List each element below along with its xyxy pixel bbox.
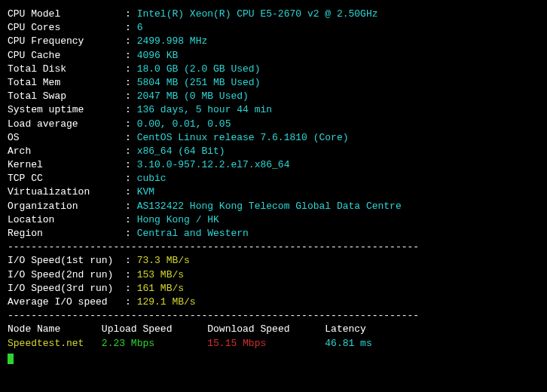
sysinfo-label: Kernel bbox=[8, 159, 125, 170]
iospeed-row: I/O Speed(2nd run) : 153 MB/s bbox=[8, 268, 539, 282]
sysinfo-row: CPU Cache : 4096 KB bbox=[8, 49, 539, 63]
sysinfo-label: Load average bbox=[8, 118, 125, 130]
sysinfo-row: OS : CentOS Linux release 7.6.1810 (Core… bbox=[8, 131, 539, 145]
sysinfo-row: CPU Frequency : 2499.998 MHz bbox=[8, 35, 539, 48]
divider: ----------------------------------------… bbox=[8, 309, 539, 323]
sysinfo-value: CentOS Linux release 7.6.1810 (Core) bbox=[137, 132, 349, 143]
sysinfo-value: cubic bbox=[137, 173, 167, 184]
iospeed-row: Average I/O speed : 129.1 MB/s bbox=[8, 296, 539, 309]
sysinfo-label: System uptime bbox=[8, 104, 125, 115]
sysinfo-value: Intel(R) Xeon(R) CPU E5-2670 v2 @ 2.50GH… bbox=[137, 8, 378, 20]
sysinfo-row: Region : Central and Western bbox=[8, 227, 539, 240]
divider: ----------------------------------------… bbox=[8, 240, 539, 254]
sysinfo-row: CPU Cores : 6 bbox=[8, 21, 539, 35]
sysinfo-label: Total Disk bbox=[8, 63, 125, 75]
sysinfo-label: Arch bbox=[8, 145, 125, 157]
sysinfo-label: Total Swap bbox=[8, 90, 125, 102]
speedtest-download: 15.15 Mbps bbox=[207, 338, 325, 349]
sysinfo-row: Load average : 0.00, 0.01, 0.05 bbox=[8, 118, 539, 131]
header-upload: Upload Speed bbox=[102, 323, 207, 335]
speedtest-rows: Speedtest.net 2.23 Mbps 15.15 Mbps 46.81… bbox=[8, 337, 539, 351]
io-speed-block: I/O Speed(1st run) : 73.3 MB/sI/O Speed(… bbox=[8, 254, 539, 309]
iospeed-value: 129.1 MB/s bbox=[137, 296, 196, 308]
iospeed-row: I/O Speed(3rd run) : 161 MB/s bbox=[8, 282, 539, 296]
sysinfo-value: x86_64 (64 Bit) bbox=[137, 145, 225, 157]
sysinfo-row: Kernel : 3.10.0-957.12.2.el7.x86_64 bbox=[8, 158, 539, 172]
sysinfo-value: 6 bbox=[137, 22, 143, 33]
iospeed-value: 153 MB/s bbox=[137, 269, 184, 280]
iospeed-value: 73.3 MB/s bbox=[137, 255, 190, 266]
sysinfo-label: Region bbox=[8, 228, 125, 239]
sysinfo-row: Organization : AS132422 Hong Kong Teleco… bbox=[8, 200, 539, 213]
sysinfo-label: Total Mem bbox=[8, 77, 125, 88]
sysinfo-row: Arch : x86_64 (64 Bit) bbox=[8, 145, 539, 158]
iospeed-label: I/O Speed(2nd run) bbox=[8, 269, 125, 280]
sysinfo-label: CPU Frequency bbox=[8, 35, 125, 47]
header-download: Download Speed bbox=[207, 323, 325, 335]
header-latency: Latency bbox=[325, 323, 366, 335]
sysinfo-label: CPU Cache bbox=[8, 50, 125, 61]
sysinfo-value: 18.0 GB (2.0 GB Used) bbox=[137, 63, 261, 75]
sysinfo-row: Total Swap : 2047 MB (0 MB Used) bbox=[8, 90, 539, 103]
sysinfo-row: Location : Hong Kong / HK bbox=[8, 213, 539, 227]
sysinfo-row: CPU Model : Intel(R) Xeon(R) CPU E5-2670… bbox=[8, 8, 539, 21]
iospeed-value: 161 MB/s bbox=[137, 283, 184, 294]
sysinfo-label: TCP CC bbox=[8, 173, 125, 184]
speedtest-upload: 2.23 Mbps bbox=[102, 338, 207, 349]
sysinfo-row: Total Mem : 5804 MB (251 MB Used) bbox=[8, 76, 539, 90]
sysinfo-label: OS bbox=[8, 132, 125, 143]
sysinfo-value: KVM bbox=[137, 186, 154, 198]
sysinfo-value: Hong Kong / HK bbox=[137, 214, 219, 225]
sysinfo-value: 136 days, 5 hour 44 min bbox=[137, 104, 272, 115]
sysinfo-label: CPU Cores bbox=[8, 22, 125, 33]
sysinfo-row: TCP CC : cubic bbox=[8, 172, 539, 185]
speedtest-node: Speedtest.net bbox=[8, 338, 102, 349]
sysinfo-value: 3.10.0-957.12.2.el7.x86_64 bbox=[137, 159, 290, 170]
iospeed-label: I/O Speed(3rd run) bbox=[8, 283, 125, 294]
iospeed-row: I/O Speed(1st run) : 73.3 MB/s bbox=[8, 254, 539, 268]
sysinfo-row: Virtualization : KVM bbox=[8, 185, 539, 199]
sysinfo-row: Total Disk : 18.0 GB (2.0 GB Used) bbox=[8, 63, 539, 76]
sysinfo-value: 2499.998 MHz bbox=[137, 35, 208, 47]
speedtest-row: Speedtest.net 2.23 Mbps 15.15 Mbps 46.81… bbox=[8, 337, 539, 351]
sysinfo-label: Virtualization bbox=[8, 186, 125, 198]
terminal-cursor bbox=[8, 354, 14, 364]
iospeed-label: Average I/O speed bbox=[8, 296, 125, 308]
iospeed-label: I/O Speed(1st run) bbox=[8, 255, 125, 266]
sysinfo-row: System uptime : 136 days, 5 hour 44 min bbox=[8, 103, 539, 117]
speedtest-header-row: Node Name Upload Speed Download Speed La… bbox=[8, 323, 539, 336]
speedtest-latency: 46.81 ms bbox=[325, 338, 371, 349]
sysinfo-value: 4096 KB bbox=[137, 50, 179, 61]
sysinfo-value: 5804 MB (251 MB Used) bbox=[137, 77, 261, 88]
sysinfo-label: CPU Model bbox=[8, 8, 125, 20]
sysinfo-value: Central and Western bbox=[137, 228, 249, 239]
header-node: Node Name bbox=[8, 323, 102, 335]
sysinfo-label: Location bbox=[8, 214, 125, 225]
sysinfo-label: Organization bbox=[8, 201, 125, 212]
sysinfo-value: 2047 MB (0 MB Used) bbox=[137, 90, 249, 102]
sysinfo-value: AS132422 Hong Kong Telecom Global Data C… bbox=[137, 201, 402, 212]
system-info-block: CPU Model : Intel(R) Xeon(R) CPU E5-2670… bbox=[8, 8, 539, 240]
sysinfo-value: 0.00, 0.01, 0.05 bbox=[137, 118, 231, 130]
